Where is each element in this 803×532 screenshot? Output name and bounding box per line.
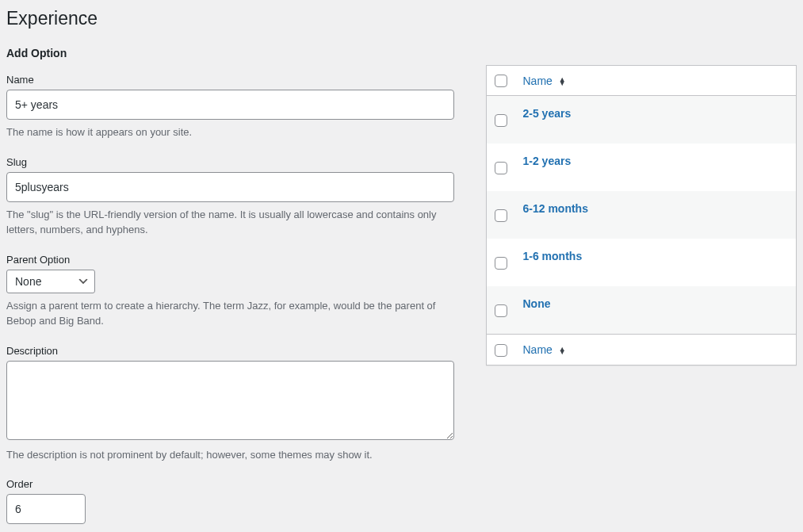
option-link[interactable]: 1-2 years xyxy=(523,155,572,167)
table-row: 1-2 years xyxy=(487,144,797,191)
description-textarea[interactable] xyxy=(6,361,454,440)
name-help: The name is how it appears on your site. xyxy=(6,124,454,140)
parent-help: Assign a parent term to create a hierarc… xyxy=(6,298,454,329)
table-row: 1-6 months xyxy=(487,239,797,286)
row-checkbox[interactable] xyxy=(495,114,507,127)
options-table: Name ▲▼ 2-5 years 1-2 years xyxy=(486,65,797,366)
column-footer-name[interactable]: Name ▲▼ xyxy=(515,335,797,365)
select-all-bottom-checkbox[interactable] xyxy=(495,344,507,357)
row-checkbox[interactable] xyxy=(495,209,507,222)
table-row: 6-12 months xyxy=(487,191,797,239)
order-label: Order xyxy=(6,478,454,490)
option-link[interactable]: 6-12 months xyxy=(523,202,588,215)
table-row: None xyxy=(487,286,797,335)
parent-label: Parent Option xyxy=(6,254,454,266)
option-link[interactable]: 1-6 months xyxy=(523,250,583,262)
name-label: Name xyxy=(6,74,454,86)
sort-icon: ▲▼ xyxy=(559,347,566,354)
slug-help: The "slug" is the URL-friendly version o… xyxy=(6,207,454,238)
row-checkbox[interactable] xyxy=(495,304,507,317)
table-row: 2-5 years xyxy=(487,96,797,144)
page-title: Experience xyxy=(6,8,797,33)
row-checkbox[interactable] xyxy=(495,162,507,174)
option-link[interactable]: 2-5 years xyxy=(523,107,572,120)
row-checkbox[interactable] xyxy=(495,257,507,270)
slug-label: Slug xyxy=(6,156,454,168)
section-title: Add Option xyxy=(6,47,454,59)
order-input[interactable] xyxy=(6,494,86,524)
description-label: Description xyxy=(6,345,454,357)
option-link[interactable]: None xyxy=(523,297,551,310)
add-option-form: Add Option Name The name is how it appea… xyxy=(6,47,454,532)
name-input[interactable] xyxy=(6,90,454,120)
slug-input[interactable] xyxy=(6,172,454,202)
select-all-top-checkbox[interactable] xyxy=(495,75,507,87)
parent-select[interactable]: None xyxy=(6,270,95,293)
description-help: The description is not prominent by defa… xyxy=(6,447,454,463)
sort-icon: ▲▼ xyxy=(559,78,566,85)
column-header-name[interactable]: Name ▲▼ xyxy=(515,66,797,96)
